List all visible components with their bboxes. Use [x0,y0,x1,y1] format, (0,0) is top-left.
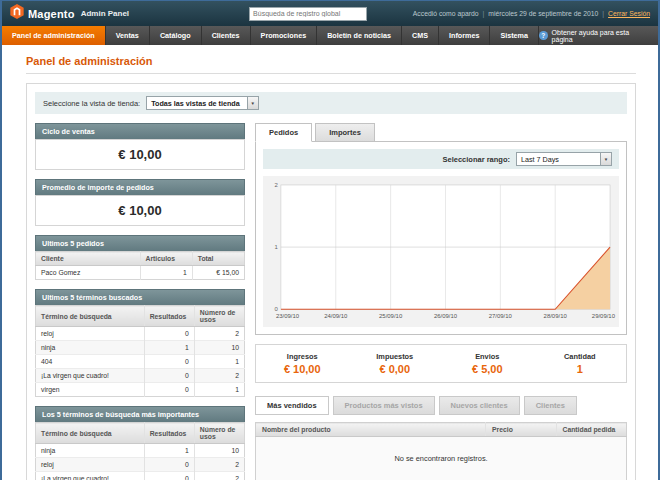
chevron-down-icon: ▼ [600,153,611,165]
title-divider [26,73,636,74]
svg-text:29/09/10: 29/09/10 [592,313,616,319]
top-search-terms-table: Término de búsqueda Resultados Número de… [35,422,245,480]
column-header: Cliente [36,252,141,266]
last-search-terms-table: Término de búsqueda Resultados Número de… [35,305,245,397]
stat-cantidad: Cantidad 1 [534,352,627,375]
help-link[interactable]: ? Obtener ayuda para esta página [539,26,658,45]
content-area: Panel de administración Seleccione la vi… [2,45,658,480]
column-header: Resultados [144,423,194,444]
stat-ingresos: Ingresos € 10,00 [256,352,349,375]
tab-importes[interactable]: Importes [315,123,375,142]
logout-link[interactable]: Cerrar Sesión [608,10,650,17]
orders-chart: 01223/09/1024/09/1025/09/1026/09/1027/09… [265,178,617,325]
panel-title: Ultimos 5 pedidos [35,235,245,251]
svg-text:28/09/10: 28/09/10 [544,313,568,319]
table-row[interactable]: ¡La virgen que cuadro! 0 2 [36,369,245,383]
column-header: Número de usos [194,423,244,444]
chart-card: Seleccionar rango: Last 7 Days ▼ 01223/0… [255,141,627,335]
session-info: Accedió como apardo | miércoles 29 de se… [413,10,650,17]
table-row[interactable]: reloj 0 2 [36,458,245,472]
logged-in-text: Accedió como apardo [413,10,479,17]
magento-logo-icon [10,4,24,23]
top-header: Magento Admin Panel Accedió como apardo … [2,1,658,26]
panel-title: Ciclo de ventas [35,123,245,139]
brand-name: Magento [28,8,75,20]
sidebar: Ciclo de ventas € 10,00 Promedio de impo… [35,123,245,480]
tab-mas-vendidos[interactable]: Más vendidos [255,396,329,415]
panel-title: Ultimos 5 términos buscados [35,289,245,305]
store-view-select[interactable]: Todas las vistas de tienda ▼ [146,96,259,110]
column-header: Nombre del producto [256,423,486,437]
table-row[interactable]: 404 0 1 [36,355,245,369]
nav-item-clientes[interactable]: Clientes [202,26,251,45]
global-search-input[interactable] [249,7,367,21]
products-table: Nombre del producto Precio Cantidad pedi… [255,422,627,480]
column-header: Total [192,252,244,266]
panel-title: Promedio de importe de pedidos [35,179,245,195]
column-header: Cantidad pedida [556,423,627,437]
help-icon: ? [539,31,548,40]
tab-productos-mas-vistos[interactable]: Productos más vistos [333,396,435,415]
svg-text:23/09/10: 23/09/10 [276,313,300,319]
help-label: Obtener ayuda para esta página [552,29,648,43]
column-header: Resultados [144,306,194,327]
nav-item-promociones[interactable]: Promociones [251,26,318,45]
column-header: Número de usos [194,306,244,327]
store-view-value: Todas las vistas de tienda [151,99,240,108]
empty-row: No se encontraron registros. [256,437,627,480]
lifetime-sales-value: € 10,00 [35,139,245,170]
average-orders-value: € 10,00 [35,195,245,226]
range-value: Last 7 Days [521,155,559,164]
main-panel: Pedidos Importes Seleccionar rango: Last… [255,123,627,480]
last-orders-panel: Ultimos 5 pedidos Cliente Articulos Tota… [35,235,245,280]
brand: Magento Admin Panel [10,4,129,23]
nav-item-boletin[interactable]: Boletín de noticias [317,26,402,45]
lifetime-sales-panel: Ciclo de ventas € 10,00 [35,123,245,170]
range-select[interactable]: Last 7 Days ▼ [516,152,612,166]
last-orders-table: Cliente Articulos Total Paco Gomez 1 € 1… [35,251,245,280]
last-search-terms-panel: Ultimos 5 términos buscados Término de b… [35,289,245,397]
column-header: Articulos [140,252,192,266]
tab-clientes[interactable]: Clientes [524,396,577,415]
current-date: miércoles 29 de septiembre de 2010 [488,10,598,17]
tab-nuevos-clientes[interactable]: Nuevos clientes [439,396,520,415]
chevron-down-icon: ▼ [247,97,258,109]
chart-area: 01223/09/1024/09/1025/09/1026/09/1027/09… [263,176,619,327]
nav-item-cms[interactable]: CMS [402,26,439,45]
separator: | [602,10,604,17]
top-search-terms-panel: Los 5 términos de búsqueda más important… [35,406,245,480]
empty-message: No se encontraron registros. [256,437,627,480]
nav-item-sistema[interactable]: Sistema [490,26,539,45]
grid-tabs: Más vendidos Productos más vistos Nuevos… [255,396,627,415]
table-row[interactable]: ¡La virgen que cuadro! 0 2 [36,472,245,480]
nav-item-catalogo[interactable]: Catálogo [150,26,202,45]
brand-subtitle: Admin Panel [81,9,129,18]
average-orders-panel: Promedio de importe de pedidos € 10,00 [35,179,245,226]
separator: | [483,10,485,17]
column-header: Término de búsqueda [36,423,145,444]
chart-tabs: Pedidos Importes [255,123,627,141]
svg-text:27/09/10: 27/09/10 [489,313,513,319]
column-header: Término de búsqueda [36,306,145,327]
table-row[interactable]: reloj 0 2 [36,327,245,341]
column-header: Precio [486,423,556,437]
dashboard-container: Seleccione la vista de tienda: Todas las… [26,83,636,480]
svg-text:26/09/10: 26/09/10 [434,313,458,319]
store-view-bar: Seleccione la vista de tienda: Todas las… [35,92,627,114]
table-row[interactable]: Paco Gomez 1 € 15,00 [36,266,245,280]
nav-item-dashboard[interactable]: Panel de administración [2,26,106,45]
main-nav: Panel de administración Ventas Catálogo … [2,26,658,45]
nav-item-ventas[interactable]: Ventas [106,26,150,45]
page-root: Magento Admin Panel Accedió como apardo … [0,0,660,480]
stat-envios: Envios € 5,00 [441,352,534,375]
stat-impuestos: Impuestos € 0,00 [349,352,442,375]
table-row[interactable]: virgen 0 1 [36,383,245,397]
tab-pedidos[interactable]: Pedidos [255,123,312,142]
table-row[interactable]: ninja 1 10 [36,341,245,355]
svg-text:25/09/10: 25/09/10 [379,313,403,319]
store-view-label: Seleccione la vista de tienda: [43,99,140,108]
totals-row: Ingresos € 10,00 Impuestos € 0,00 Envios… [255,344,627,383]
range-bar: Seleccionar rango: Last 7 Days ▼ [263,149,619,169]
table-row[interactable]: ninja 1 10 [36,444,245,458]
nav-item-informes[interactable]: Informes [439,26,490,45]
